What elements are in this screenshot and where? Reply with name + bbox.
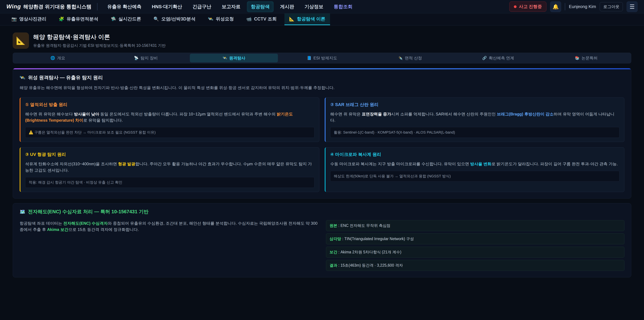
- satellite-icon: 🛰️: [222, 56, 227, 60]
- page-icon-box: 📐: [13, 33, 29, 49]
- enc-bathymetry-panel: 🗺️ 전자해도(ENC) 수심자료 처리 — 특허 10-1567431 기반 …: [13, 203, 631, 277]
- section-title-row: 🗺️ 전자해도(ENC) 수심자료 처리 — 특허 10-1567431 기반: [20, 208, 624, 215]
- subnav-item-aerial-theory[interactable]: 📐 항공탐색 이론: [284, 14, 330, 25]
- row-label: 결과: [330, 263, 337, 267]
- principle-card-grid: ① 열적외선 방출 원리 해수면 위 유막은 해수보다 방사율이 낮아 동일 온…: [20, 98, 624, 192]
- subnav-label: 항공탐색 이론: [297, 16, 325, 22]
- nav-item-reports[interactable]: 보고자료: [218, 1, 244, 12]
- video-camera-icon: 📹: [246, 17, 252, 22]
- principle-card-sar-bragg: ② SAR 브래그 산란 원리 해수면 위 유막은 표면장력을 증가시켜 소파를…: [325, 98, 624, 142]
- card-note: 활용: Sentinel-1(C-band) · KOMPSAT-5(X-ban…: [330, 127, 620, 138]
- row-value: : Akima 2차원 5차다항식 (21개 계수): [337, 250, 401, 254]
- brand: Wing 해양환경 위기대응 통합시스템: [6, 3, 92, 10]
- card-body: 해수면 위 유막은 해수보다 방사율이 낮아 동일 온도에서도 적외선 방출량이…: [25, 111, 314, 123]
- alert-dot-icon: [514, 5, 516, 8]
- enc-paragraph: 항공탐색 좌표 데이터는 전자해도(ENC) 수심격자와 중첩되어 유출유의 수…: [20, 220, 318, 233]
- nav-item-hns[interactable]: HNS·대기확산: [148, 1, 186, 12]
- page-subtitle: 유출유 원격탐지·항공감시 기법·ESI 방제정보지도·등록특허 10-1567…: [33, 43, 166, 48]
- row-value: : ENC 전자해도 무작위 측심점: [337, 223, 390, 228]
- link-icon: 🔗: [482, 56, 487, 60]
- card-title: ② SAR 브래그 산란 원리: [330, 102, 620, 108]
- enc-row-source: 원본 : ENC 전자해도 무작위 측심점: [326, 220, 624, 231]
- notifications-button[interactable]: 🔔: [550, 1, 561, 12]
- tab-label: 면적 산정: [405, 55, 422, 61]
- books-icon: 📚: [575, 56, 580, 60]
- section-title: 위성 원격탐사 — 유출유 탐지 원리: [28, 74, 103, 81]
- tab-esi-map[interactable]: 📘 ESI 방제지도: [278, 54, 366, 62]
- subnav-item-photo-management[interactable]: 📷 영상사진관리: [7, 14, 51, 25]
- tab-label: 확산예측 연계: [489, 55, 514, 61]
- principle-card-microwave-radiometer: ④ 마이크로파 복사계 원리 수동 마이크로파 복사계는 지구 방출 마이크로파…: [325, 147, 624, 192]
- tab-label: 논문특허: [582, 55, 598, 61]
- tab-diffusion-link[interactable]: 🔗 확산예측 연계: [454, 54, 542, 62]
- bell-icon: 🔔: [552, 4, 559, 10]
- enc-row-result: 결과 : 15초(463m) 등간격 · 3,225,600 격자: [326, 260, 624, 271]
- tab-papers-patents[interactable]: 📚 논문특허: [542, 54, 630, 62]
- panel-inner: 🗺️ 전자해도(ENC) 수심자료 처리 — 특허 10-1567431 기반 …: [13, 203, 631, 277]
- content-tab-bar: 🌐 개요 📡 탐지 장비 🛰️ 원격탐사 📘 ESI 방제지도 ✒️ 면적 산정…: [13, 53, 631, 64]
- enc-process-rows: 원본 : ENC 전자해도 무작위 측심점 삼각망 : TIN(Triangul…: [326, 220, 624, 271]
- menu-icon: ☰: [630, 3, 634, 10]
- globe-icon: 🌐: [50, 56, 55, 60]
- top-bar: Wing 해양환경 위기대응 통합시스템 유출유 확산예측 HNS·대기확산 긴…: [0, 0, 644, 14]
- satellite-icon: 🛰️: [20, 75, 25, 80]
- pen-nib-icon: ✒️: [398, 56, 403, 60]
- incident-status-badge[interactable]: 사고 진행중: [509, 2, 546, 12]
- logout-button[interactable]: 로그아웃: [600, 2, 623, 11]
- tab-area-calculation[interactable]: ✒️ 면적 산정: [366, 54, 454, 62]
- nav-item-aerial-search[interactable]: 항공탐색: [247, 1, 274, 12]
- hamburger-menu-button[interactable]: ☰: [626, 1, 638, 12]
- brand-divider: [97, 3, 98, 11]
- subnav-item-pollution-ship-3d[interactable]: 🔍 오염/선박3D분석: [149, 14, 200, 25]
- row-label: 원본: [330, 223, 337, 228]
- tab-label: 개요: [57, 55, 65, 61]
- card-body: 수동 마이크로파 복사계는 지구 방출 마이크로파를 수신합니다. 유막이 있으…: [330, 161, 620, 167]
- subnav-label: 유출유면적분석: [66, 16, 98, 22]
- card-title: ④ 마이크로파 복사계 원리: [330, 152, 620, 157]
- tab-overview[interactable]: 🌐 개요: [14, 54, 102, 62]
- blue-book-icon: 📘: [307, 56, 312, 60]
- user-name: Eunjeong Kim: [569, 4, 596, 9]
- subnav-item-cctv[interactable]: 📹 CCTV 조회: [242, 14, 281, 25]
- nav-item-rescue[interactable]: 긴급구난: [188, 1, 215, 12]
- nav-item-integrated-search[interactable]: 통합조회: [330, 1, 356, 12]
- tab-label: 원격탐사: [229, 55, 245, 61]
- subnav-item-satellite-request[interactable]: 🛰️ 위성요청: [203, 14, 238, 25]
- user-divider: [565, 3, 565, 11]
- nav-item-spill-forecast[interactable]: 유출유 확산예측: [103, 1, 146, 12]
- principle-card-thermal-ir: ① 열적외선 방출 원리 해수면 위 유막은 해수보다 방사율이 낮아 동일 온…: [20, 98, 319, 142]
- tab-remote-sensing[interactable]: 🛰️ 원격탐사: [190, 54, 278, 62]
- satellite-icon: 🛰️: [208, 17, 213, 22]
- subnav-item-spill-area-analysis[interactable]: 🧩 유출유면적분석: [54, 14, 103, 25]
- tab-detection-equipment[interactable]: 📡 탐지 장비: [102, 54, 190, 62]
- nav-item-board[interactable]: 게시판: [276, 1, 298, 12]
- card-note: 해상도 한계(50km)로 단독 사용 불가 → 열적외선과 융합 (NGSST…: [330, 171, 620, 182]
- subnav-label: 실시간드론: [118, 16, 141, 22]
- brand-title: 해양환경 위기대응 통합시스템: [23, 3, 92, 10]
- brand-logo: Wing: [6, 3, 21, 10]
- drone-icon: 🛸: [111, 17, 116, 22]
- enc-row-interpolation: 보간 : Akima 2차원 5차다항식 (21개 계수): [326, 247, 624, 258]
- sub-nav: 📷 영상사진관리 🧩 유출유면적분석 🛸 실시간드론 🔍 오염/선박3D분석 🛰…: [0, 14, 644, 26]
- page-header-text: 해양 항공탐색·원격탐사 이론 유출유 원격탐지·항공감시 기법·ESI 방제정…: [33, 33, 166, 48]
- card-title: ③ UV 형광 탐지 원리: [25, 152, 314, 157]
- puzzle-icon: 🧩: [59, 17, 64, 22]
- user-bar: 사고 진행중 🔔 Eunjeong Kim 로그아웃 ☰: [509, 1, 638, 12]
- card-title: ① 열적외선 방출 원리: [25, 102, 314, 108]
- triangle-ruler-icon: 📐: [16, 36, 26, 45]
- card-body: 석유계 탄화수소에 자외선(310~400nm)을 조사하면 형광 발광합니다.…: [25, 161, 314, 173]
- tab-label: ESI 방제지도: [314, 55, 337, 61]
- subnav-label: CCTV 조회: [254, 16, 277, 22]
- subnav-item-realtime-drone[interactable]: 🛸 실시간드론: [106, 14, 146, 25]
- row-label: 보간: [330, 250, 337, 254]
- nav-item-weather[interactable]: 기상정보: [300, 1, 327, 12]
- row-label: 삼각망: [330, 237, 341, 241]
- triangle-ruler-icon: 📐: [289, 17, 294, 22]
- map-book-icon: 🗺️: [20, 209, 25, 214]
- remote-sensing-panel: 🛰️ 위성 원격탐사 — 유출유 탐지 원리 해양 유출유는 해수면에 유막을 …: [13, 68, 631, 198]
- subnav-label: 영상사진관리: [19, 16, 46, 22]
- row-value: : 15초(463m) 등간격 · 3,225,600 격자: [337, 263, 403, 267]
- enc-row-tin: 삼각망 : TIN(Triangulated Irregular Network…: [326, 233, 624, 244]
- alert-badge-label: 사고 진행중: [519, 4, 542, 10]
- page-header: 📐 해양 항공탐색·원격탐사 이론 유출유 원격탐지·항공감시 기법·ESI 방…: [13, 33, 631, 49]
